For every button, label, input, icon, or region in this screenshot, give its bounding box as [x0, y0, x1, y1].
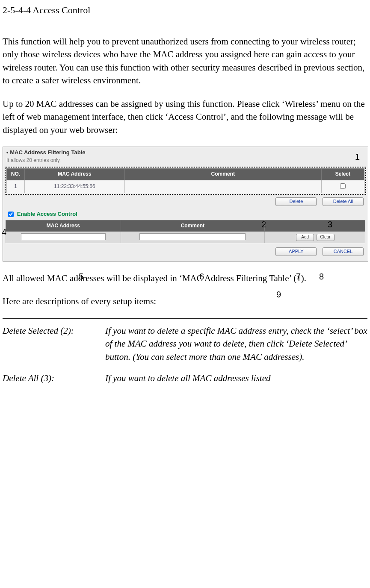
panel-title: MAC Address Filtering Table [3, 147, 368, 157]
screenshot-figure: MAC Address Filtering Table It allows 20… [3, 147, 368, 262]
input-row: Add Clear [6, 232, 365, 243]
add-button[interactable]: Add [296, 234, 314, 241]
intro-para-1: This function will help you to prevent u… [3, 35, 367, 87]
apply-button[interactable]: APPLY [275, 247, 317, 256]
input-cell-comment [121, 232, 264, 243]
input-table: MAC Address Comment Add Clear [6, 220, 365, 243]
para-after-figure-2: Here are descriptions of every setup ite… [3, 295, 367, 308]
desc-item-delete-selected: Delete Selected (2): If you want to dele… [3, 324, 367, 363]
panel-subtitle: It allows 20 entries only. [3, 157, 368, 167]
callout-4: 4 [2, 226, 6, 238]
input-cell-mac [6, 232, 121, 243]
input-header-row: MAC Address Comment [6, 220, 365, 231]
section-heading: 2-5-4-4 Access Control [3, 3, 367, 17]
callout-7: 7 [296, 270, 301, 283]
apply-cancel-row: APPLY CANCEL [3, 245, 368, 258]
input-col-header-actions [264, 220, 365, 231]
callout-2: 2 [261, 218, 266, 231]
col-header-comment: Comment [124, 169, 321, 180]
desc-label: Delete Selected (2): [3, 324, 105, 363]
desc-item-delete-all: Delete All (3): If you want to delete al… [3, 372, 367, 385]
cell-no: 1 [7, 180, 25, 193]
enable-access-control-label: Enable Access Control [17, 211, 77, 217]
col-header-no: NO. [7, 169, 25, 180]
enable-access-control-row: Enable Access Control [3, 207, 368, 220]
cell-comment [124, 180, 321, 193]
row-select-checkbox[interactable] [340, 183, 346, 189]
input-col-header-mac: MAC Address [6, 220, 121, 231]
desc-label: Delete All (3): [3, 372, 105, 385]
delete-all-button[interactable]: Delete All [323, 197, 364, 206]
input-cell-actions: Add Clear [264, 232, 365, 243]
callout-3: 3 [328, 218, 332, 231]
filter-table-highlight: NO. MAC Address Comment Select 1 11:22:3… [5, 167, 366, 195]
callout-1: 1 [355, 151, 360, 163]
enable-access-control-checkbox[interactable] [8, 212, 14, 217]
clear-button[interactable]: Clear [317, 234, 334, 241]
table-header-row: NO. MAC Address Comment Select [7, 169, 364, 180]
callout-5: 5 [79, 270, 83, 283]
col-header-select: Select [321, 169, 364, 180]
callout-8: 8 [319, 270, 324, 283]
table-row: 1 11:22:33:44:55:66 [7, 180, 364, 193]
desc-body: If you want to delete a specific MAC add… [105, 324, 367, 363]
desc-body: If you want to delete all MAC addresses … [105, 372, 367, 385]
description-list: Delete Selected (2): If you want to dele… [3, 318, 367, 385]
input-col-header-comment: Comment [121, 220, 264, 231]
cell-mac: 11:22:33:44:55:66 [24, 180, 124, 193]
delete-button-row: Delete Delete All [3, 195, 368, 207]
cancel-button[interactable]: CANCEL [323, 247, 364, 256]
para-after-figure-1: All allowed MAC addresses will be displa… [3, 272, 367, 285]
comment-input[interactable] [139, 233, 246, 240]
mac-filter-table: NO. MAC Address Comment Select 1 11:22:3… [6, 168, 364, 193]
intro-para-2: Up to 20 MAC addresses can be assigned b… [3, 97, 367, 136]
col-header-mac: MAC Address [24, 169, 124, 180]
callout-6: 6 [199, 270, 204, 283]
mac-address-input[interactable] [21, 233, 106, 240]
delete-button[interactable]: Delete [275, 197, 317, 206]
mac-filter-panel: MAC Address Filtering Table It allows 20… [3, 147, 368, 262]
cell-select [321, 180, 364, 193]
callout-9: 9 [276, 288, 281, 301]
